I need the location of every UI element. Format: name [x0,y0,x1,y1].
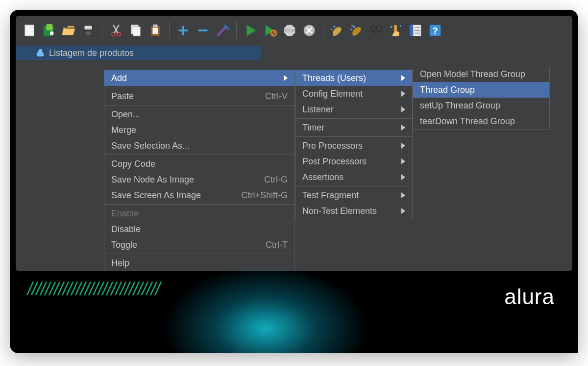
start-button[interactable] [242,22,259,39]
mi-save-selection[interactable]: Save Selection As... [104,138,294,154]
mi-shortcut: Ctrl-T [266,240,288,250]
svg-line-23 [272,31,276,35]
mi-disable[interactable]: Disable [104,221,294,237]
toggle-button[interactable] [214,22,231,39]
svg-point-33 [351,25,353,26]
smi-config[interactable]: Config Element [295,86,412,102]
submenu-arrow-icon [401,206,405,216]
mi-label: Test Fragment [302,190,359,201]
svg-point-4 [50,31,54,35]
tmi-thread-group[interactable]: Thread Group [413,82,549,98]
collapse-button[interactable] [194,22,212,39]
clear-all-button[interactable] [348,22,366,39]
tmi-teardown[interactable]: tearDown Thread Group [413,113,549,129]
svg-point-34 [371,26,376,31]
mi-label: Non-Test Elements [302,206,377,216]
svg-rect-6 [85,26,92,30]
search-button[interactable] [368,22,385,39]
save-button[interactable] [79,22,97,39]
start-no-pause-button[interactable] [261,22,279,39]
mi-label: Pre Processors [302,141,363,151]
svg-rect-7 [85,31,91,35]
svg-rect-37 [394,25,397,32]
smi-pre[interactable]: Pre Processors [295,138,412,154]
smi-threads[interactable]: Threads (Users) [295,70,412,86]
tmi-setup[interactable]: setUp Thread Group [413,98,549,113]
mi-toggle[interactable]: Toggle Ctrl-T [104,237,294,253]
function-helper-button[interactable] [407,22,424,39]
shutdown-button[interactable] [300,22,318,39]
mi-label: Listener [302,105,334,115]
mi-label: Open Model Thread Group [420,69,525,79]
paste-button[interactable] [147,22,164,39]
tmi-open-model[interactable]: Open Model Thread Group [413,66,549,82]
copy-button[interactable] [127,22,145,39]
submenu-arrow-icon [401,123,405,133]
mi-label: Add [111,73,127,83]
smi-listener[interactable]: Listener [295,102,412,117]
svg-point-35 [376,26,382,31]
mi-save-screen-image[interactable]: Save Screen As Image Ctrl+Shift-G [104,187,294,203]
svg-marker-51 [401,106,405,112]
svg-point-31 [353,26,355,28]
mi-merge[interactable]: Merge [104,122,294,138]
mi-label: Assertions [302,172,343,183]
svg-text:?: ? [432,26,438,36]
submenu-arrow-icon [401,172,405,183]
svg-marker-53 [401,143,405,149]
svg-text:STOP: STOP [284,28,295,33]
svg-marker-48 [284,75,288,81]
expand-button[interactable] [174,22,192,39]
svg-rect-3 [46,24,52,30]
smi-post[interactable]: Post Processors [295,154,412,169]
threads-submenu: Open Model Thread Group Thread Group set… [413,66,550,130]
cut-button[interactable] [107,22,125,39]
mi-copy-code[interactable]: Copy Code [104,156,294,172]
submenu-arrow-icon [401,190,405,201]
mi-open[interactable]: Open... [104,106,294,122]
smi-assert[interactable]: Assertions [295,169,412,185]
svg-point-38 [391,26,392,28]
toolbar: STOP ? [16,16,572,45]
mi-label: Open... [111,109,140,120]
smi-frag[interactable]: Test Fragment [295,187,412,203]
templates-button[interactable] [40,22,58,39]
svg-marker-57 [401,208,405,214]
help-button[interactable]: ? [426,22,444,39]
stripes-decoration [29,282,159,295]
svg-marker-52 [401,125,405,131]
mi-label: Config Element [302,89,363,99]
mi-label: Disable [111,224,141,235]
submenu-arrow-icon [401,157,405,167]
tree-item-test-plan[interactable]: Listagem de produtos [16,46,261,60]
mi-label: Save Node As Image [111,175,194,185]
mi-add[interactable]: Add [104,70,294,86]
mi-shortcut: Ctrl+Shift-G [241,190,288,201]
mi-shortcut: Ctrl-V [265,91,288,102]
mi-enable: Enable [104,206,294,221]
open-button[interactable] [60,22,77,39]
svg-point-29 [334,26,336,28]
mi-label: Help [111,258,129,268]
svg-marker-50 [401,91,405,97]
svg-rect-16 [153,25,157,27]
stop-button[interactable]: STOP [281,22,298,39]
reset-search-button[interactable] [387,22,405,39]
smi-nontest[interactable]: Non-Test Elements [295,203,412,219]
mi-label: Save Selection As... [111,141,190,151]
mi-paste[interactable]: Paste Ctrl-V [104,88,294,104]
submenu-arrow-icon [284,73,288,83]
brand-logo: alura [504,285,555,309]
svg-marker-49 [401,75,405,81]
svg-point-30 [331,29,332,30]
clear-button[interactable] [328,22,346,39]
add-submenu: Threads (Users) Config Element Listener … [295,70,413,219]
new-file-button[interactable] [21,22,38,39]
mi-label: Threads (Users) [302,73,366,83]
mi-save-node-image[interactable]: Save Node As Image Ctrl-G [104,172,294,187]
mi-label: Save Screen As Image [111,190,201,201]
svg-marker-55 [401,174,405,180]
smi-timer[interactable]: Timer [295,120,412,135]
context-menu: Add Paste Ctrl-V Open... Merge Save Sele… [104,70,295,271]
submenu-arrow-icon [401,73,405,83]
